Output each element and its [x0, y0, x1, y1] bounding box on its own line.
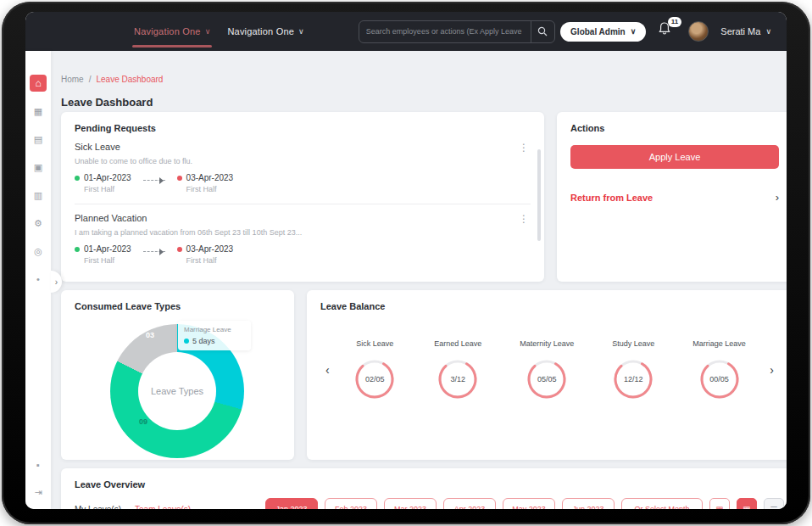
end-date-block: 03-Apr-2023 First Half — [177, 244, 234, 265]
nav-item-label: Navigation One — [134, 26, 201, 36]
progress-ring: 12/12 — [612, 358, 654, 400]
sidebar-item-profile[interactable]: • — [30, 271, 47, 288]
end-dot-icon — [177, 247, 182, 252]
request-dates: 01-Apr-2023 First Half 03-Apr-2023 First… — [75, 173, 531, 193]
apply-leave-button[interactable]: Apply Leave — [570, 145, 779, 169]
sidebar-collapse-button[interactable]: ⇥ — [30, 484, 47, 501]
kebab-menu-icon[interactable]: ⋮ — [519, 142, 529, 154]
end-half: First Half — [186, 185, 234, 193]
breadcrumb-current: Leave Dashboard — [96, 75, 163, 84]
reports-icon: ◎ — [34, 246, 42, 257]
balance-label: Sick Leave — [356, 339, 393, 348]
month-button-feb[interactable]: Feb 2023 — [325, 498, 377, 509]
chevron-right-icon: › — [55, 277, 58, 287]
user-name: Serati Ma — [720, 26, 760, 36]
balance-value: 02/05 — [353, 358, 396, 400]
chart-tooltip: Marriage Leave 5 days — [178, 321, 251, 350]
start-half: First Half — [84, 185, 131, 193]
user-menu[interactable]: Serati Ma ∨ — [720, 26, 771, 36]
segment-label-green: 09 — [139, 417, 147, 426]
legend-team-leaves[interactable]: Team Leave(s) — [135, 505, 191, 510]
home-icon: ⌂ — [35, 77, 41, 89]
nav-item-one[interactable]: Navigation One ∨ — [125, 12, 219, 51]
month-button-jan[interactable]: Jan 2023 — [265, 498, 318, 509]
end-date-block: 03-Apr-2023 First Half — [177, 173, 234, 193]
start-half: First Half — [84, 256, 131, 265]
start-dot-icon — [75, 176, 80, 181]
chevron-down-icon: ∨ — [298, 27, 304, 36]
breadcrumb: Home / Leave Dashboard — [61, 75, 163, 84]
search-icon — [537, 26, 548, 36]
breadcrumb-separator: / — [89, 75, 92, 84]
leave-balance-title: Leave Balance — [320, 301, 779, 311]
return-from-leave-link[interactable]: Return from Leave › — [570, 191, 779, 204]
search-button[interactable] — [531, 21, 554, 42]
start-dot-icon — [75, 247, 80, 252]
progress-ring: 3/12 — [437, 358, 479, 400]
end-dot-icon — [177, 176, 182, 181]
sidebar-bottom: ▪ ⇥ — [30, 456, 47, 501]
pending-requests-card: Pending Requests Sick Leave ⋮ Unable to … — [61, 112, 544, 282]
sidebar-item-settings[interactable]: ⚙ — [30, 215, 47, 232]
next-arrow-button[interactable]: › — [765, 363, 779, 377]
sidebar-item-home[interactable]: ⌂ — [30, 75, 47, 92]
request-description: I am taking a planned vacation from 06th… — [75, 228, 531, 237]
search-input[interactable] — [359, 21, 531, 42]
end-half: First Half — [186, 256, 234, 265]
sidebar-item-documents[interactable]: ▣ — [30, 159, 47, 176]
chevron-down-icon: ∨ — [205, 27, 211, 36]
consumed-leave-title: Consumed Leave Types — [75, 301, 281, 311]
chevron-right-icon: › — [776, 191, 779, 204]
approvals-icon: ▥ — [34, 190, 42, 201]
list-view-button[interactable]: ☰ — [764, 498, 784, 509]
breadcrumb-home[interactable]: Home — [61, 75, 84, 84]
notification-badge: 11 — [668, 17, 681, 27]
sidebar-item-reports[interactable]: ◎ — [30, 243, 47, 260]
end-date: 03-Apr-2023 — [186, 173, 234, 182]
balance-label: Marriage Leave — [692, 339, 746, 348]
calendar-icon-button[interactable]: ▦ — [709, 498, 730, 509]
tooltip-dot-icon — [184, 339, 189, 344]
kebab-menu-icon[interactable]: ⋮ — [519, 213, 529, 225]
chevron-down-icon: ∨ — [631, 27, 637, 36]
documents-icon: ▣ — [34, 162, 42, 173]
collapse-icon: ⇥ — [34, 487, 42, 498]
leave-balance-items: Sick Leave 02/05 Earned Leave — [335, 339, 765, 400]
legend-my-leaves[interactable]: My Leave(s) — [75, 505, 121, 510]
request-description: Unable to come to office due to flu. — [75, 157, 531, 165]
notifications-button[interactable]: 11 — [658, 21, 676, 42]
consumed-leave-card: Consumed Leave Types Leave Types 05 09 0… — [61, 290, 294, 460]
month-button-may[interactable]: May 2023 — [503, 498, 555, 509]
sidebar-item-media[interactable]: ▤ — [30, 131, 47, 148]
balance-label: Study Leave — [612, 339, 654, 348]
request-title: Planned Vacation — [75, 213, 531, 223]
avatar[interactable] — [688, 21, 709, 42]
select-month-button[interactable]: Or Select Month — [621, 498, 703, 509]
leave-overview-controls: My Leave(s) Team Leave(s) Jan 2023 Feb 2… — [75, 498, 784, 509]
start-date-block: 01-Apr-2023 First Half — [75, 244, 131, 265]
progress-ring: 05/05 — [526, 358, 568, 400]
scrollbar[interactable] — [537, 149, 541, 241]
month-button-mar[interactable]: Mar 2023 — [384, 498, 437, 509]
nav-item-two[interactable]: Navigation One ∨ — [219, 12, 312, 51]
topbar-right: Global Admin ∨ 11 Serati Ma ∨ — [560, 21, 787, 42]
leave-overview-title: Leave Overview — [75, 479, 779, 490]
balance-item: Earned Leave 3/12 — [434, 339, 481, 400]
start-date-block: 01-Apr-2023 First Half — [75, 173, 131, 193]
gear-icon: ⚙ — [34, 218, 42, 229]
grid-view-button[interactable]: ▦ — [737, 498, 757, 509]
month-button-jun[interactable]: Jun 2023 — [562, 498, 615, 509]
month-button-apr[interactable]: Apr 2023 — [443, 498, 496, 509]
sidebar-item-dashboard[interactable]: ▦ — [30, 103, 47, 120]
actions-title: Actions — [570, 123, 779, 133]
nav-item-label: Navigation One — [227, 26, 294, 36]
tablet-frame: Navigation One ∨ Navigation One ∨ Glob — [2, 2, 810, 524]
role-selector[interactable]: Global Admin ∨ — [560, 22, 646, 42]
prev-arrow-button[interactable]: ‹ — [320, 363, 335, 377]
chevron-down-icon: ∨ — [765, 27, 771, 36]
return-from-leave-label: Return from Leave — [570, 193, 653, 203]
sidebar-item-approvals[interactable]: ▥ — [30, 187, 47, 204]
leave-balance-card: Leave Balance ‹ Sick Leave 02/05 — [307, 290, 787, 460]
dashboard-icon: ▦ — [34, 106, 42, 117]
sidebar-item-archive[interactable]: ▪ — [30, 456, 47, 473]
